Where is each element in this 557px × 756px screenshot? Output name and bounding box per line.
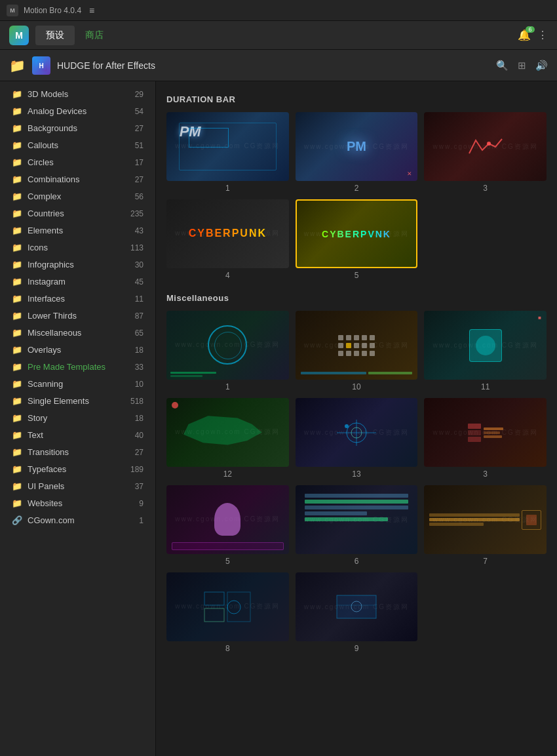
folder-icon: 📁	[12, 209, 22, 218]
thumbnail-m12[interactable]: www.cgown.com CG资源网 12	[166, 398, 289, 479]
folder-icon: 📁	[12, 328, 22, 338]
nav-bar: M 预设 商店 🔔 6 ⋮	[0, 21, 557, 50]
miscellaneous-grid: www.cgown.com CG资源网 1 www.cgo	[166, 311, 547, 653]
thumbnail-db5[interactable]: www.cgown.com CG资源网 CYBERPVNK 5	[296, 199, 418, 280]
nav-icons: 🔔 6 ⋮	[518, 29, 548, 41]
sidebar-item-cgown[interactable]: 🔗 CGown.com 1	[3, 512, 153, 528]
folder-icon: 📁	[12, 362, 22, 372]
breadcrumb-folder-icon[interactable]: 📁	[9, 58, 26, 73]
sidebar-item-single-elements[interactable]: 📁 Single Elements 518	[3, 393, 153, 409]
sidebar-item-overlays[interactable]: 📁 Overlays 18	[3, 342, 153, 358]
sidebar-item-ui-panels[interactable]: 📁 UI Panels 37	[3, 478, 153, 494]
title-bar: M Motion Bro 4.0.4 ≡	[0, 0, 557, 21]
svg-rect-9	[227, 592, 250, 622]
thumb-label-db5: 5	[296, 271, 418, 280]
app-logo: M	[7, 5, 18, 16]
thumbnail-m11[interactable]: www.cgown.com CG资源网 ■ 11	[424, 311, 547, 391]
sidebar-item-websites[interactable]: 📁 Websites 9	[3, 495, 153, 511]
sidebar-item-backgrounds[interactable]: 📁 Backgrounds 27	[3, 120, 153, 136]
folder-icon: 📁	[12, 481, 22, 491]
thumbnail-db4[interactable]: www.cgown.com CG资源网 CYBERPUNK 4	[166, 199, 289, 280]
thumbnail-m7[interactable]: www.cgown.com CG资源网 7	[424, 485, 547, 566]
thumbnail-m3[interactable]: www.cgown.com CG资源网	[424, 398, 547, 479]
app-name: Motion Bro 4.0.4	[24, 6, 81, 15]
sidebar-item-complex[interactable]: 📁 Complex 56	[3, 188, 153, 205]
sidebar-item-text[interactable]: 📁 Text 40	[3, 427, 153, 443]
thumb-label-db2: 2	[296, 184, 418, 193]
content-area: DURATION BAR www.cgown.com CG资源网 PM 1 ww…	[156, 81, 557, 756]
thumb-label-db1: 1	[166, 184, 289, 193]
notification-badge: 6	[526, 26, 535, 33]
svg-point-11	[227, 601, 240, 614]
folder-icon: 📁	[12, 260, 22, 269]
sidebar-item-combinations[interactable]: 📁 Combinations 27	[3, 171, 153, 188]
thumbnail-m1[interactable]: www.cgown.com CG资源网 1	[166, 311, 289, 391]
content-header: 📁 H HUDGE for After Effects 🔍 ⊞ 🔊	[0, 50, 557, 81]
thumb-label-m13: 13	[296, 469, 418, 479]
nav-tab-shop[interactable]: 商店	[75, 26, 114, 45]
sidebar-item-elements[interactable]: 📁 Elements 43	[3, 222, 153, 239]
sidebar-item-interfaces[interactable]: 📁 Interfaces 11	[3, 290, 153, 307]
folder-icon: 📁	[12, 226, 22, 235]
folder-icon: 📁	[12, 430, 22, 440]
folder-icon: 📁	[12, 396, 22, 406]
sidebar-item-countries[interactable]: 📁 Countries 235	[3, 205, 153, 222]
folder-icon: 📁	[12, 277, 22, 287]
thumbnail-m5[interactable]: www.cgown.com CG资源网 5	[166, 485, 289, 566]
folder-icon: 📁	[12, 140, 22, 150]
sidebar-item-scanning[interactable]: 📁 Scanning 10	[3, 376, 153, 392]
folder-icon: 📁	[12, 345, 22, 355]
sidebar-item-lower-thirds[interactable]: 📁 Lower Thirds 87	[3, 308, 153, 324]
section-title-miscellaneous: Miscellaneous	[166, 293, 547, 303]
thumb-label-m1: 1	[166, 382, 289, 391]
thumbnail-m6[interactable]: www.cgown.com CG资源网 6	[296, 485, 418, 566]
sidebar-item-miscellaneous[interactable]: 📁 Miscellaneous 65	[3, 325, 153, 341]
thumb-label-m7: 7	[424, 557, 547, 566]
sidebar-item-callouts[interactable]: 📁 Callouts 51	[3, 137, 153, 153]
plugin-icon: H	[32, 56, 50, 75]
svg-text:H: H	[39, 62, 43, 70]
notification-button[interactable]: 🔔 6	[518, 29, 531, 41]
svg-rect-10	[204, 608, 224, 622]
folder-icon: 📁	[12, 294, 22, 304]
sidebar-item-typefaces[interactable]: 📁 Typefaces 189	[3, 461, 153, 477]
sidebar-item-analog-devices[interactable]: 📁 Analog Devices 54	[3, 103, 153, 119]
sidebar-item-story[interactable]: 📁 Story 18	[3, 410, 153, 426]
folder-icon: 📁	[12, 379, 22, 389]
sidebar-item-infographics[interactable]: 📁 Infographics 30	[3, 256, 153, 273]
thumb-label-m12: 12	[166, 469, 289, 479]
folder-icon: 📁	[12, 243, 22, 252]
folder-icon: 📁	[12, 106, 22, 116]
thumb-label-m6: 6	[296, 557, 418, 566]
folder-icon: 📁	[12, 498, 22, 508]
search-icon[interactable]: 🔍	[496, 60, 509, 71]
sidebar-item-pre-made-templates[interactable]: 📁 Pre Made Templates 33	[3, 359, 153, 375]
sidebar-item-transitions[interactable]: 📁 Transitions 27	[3, 444, 153, 460]
folder-icon: 📁	[12, 123, 22, 133]
nav-logo: M	[9, 26, 29, 45]
folder-icon: 📁	[12, 311, 22, 321]
sidebar: 📁 3D Models 29 📁 Analog Devices 54 📁 Bac…	[0, 81, 156, 756]
sidebar-item-circles[interactable]: 📁 Circles 17	[3, 154, 153, 170]
main-layout: 📁 3D Models 29 📁 Analog Devices 54 📁 Bac…	[0, 81, 557, 756]
folder-icon: 📁	[12, 464, 22, 474]
thumbnail-db3[interactable]: www.cgown.com CG资源网 3	[424, 112, 547, 193]
thumbnail-db2[interactable]: www.cgown.com CG资源网 PM ✕ 2	[296, 112, 418, 193]
thumbnail-m8[interactable]: www.cgown.com CG资源网 8	[166, 572, 289, 653]
thumbnail-m9[interactable]: www.cgown.com CG资源网 9	[296, 572, 418, 653]
sidebar-item-3d-models[interactable]: 📁 3D Models 29	[3, 86, 153, 102]
grid-view-icon[interactable]: ⊞	[518, 60, 526, 71]
volume-icon[interactable]: 🔊	[535, 60, 548, 71]
sidebar-item-icons[interactable]: 📁 Icons 113	[3, 239, 153, 256]
folder-icon: 📁	[12, 174, 22, 184]
section-title-duration-bar: DURATION BAR	[166, 94, 547, 104]
breadcrumb-title: HUDGE for After Effects	[57, 60, 155, 71]
nav-tab-presets[interactable]: 预设	[35, 26, 75, 45]
thumbnail-m10[interactable]: www.cgown.com CG资源网 10	[296, 311, 418, 391]
thumbnail-db1[interactable]: www.cgown.com CG资源网 PM 1	[166, 112, 289, 193]
thumb-label-db3: 3	[424, 184, 547, 193]
title-bar-menu-icon[interactable]: ≡	[89, 5, 94, 16]
sidebar-item-instagram[interactable]: 📁 Instagram 45	[3, 273, 153, 290]
more-options-button[interactable]: ⋮	[537, 29, 548, 41]
thumbnail-m13[interactable]: www.cgown.com CG资源网 13	[296, 398, 418, 479]
